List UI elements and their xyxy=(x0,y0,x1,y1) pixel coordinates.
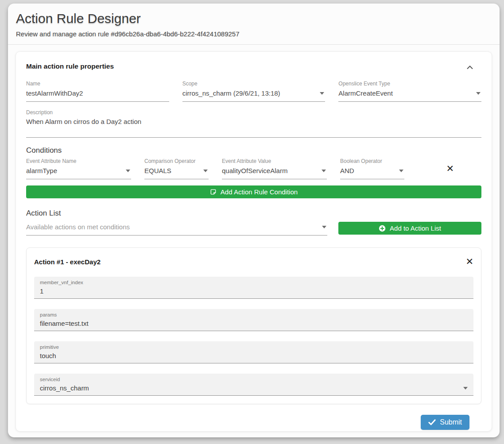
event-attribute-name-value: alarmType xyxy=(26,167,57,174)
condition-row: Event Attribute Name alarmType Compariso… xyxy=(26,158,481,179)
chevron-up-icon[interactable] xyxy=(466,63,473,71)
plus-circle-icon xyxy=(379,225,386,232)
action-title: Action #1 - execDay2 xyxy=(34,258,101,266)
action-list-heading: Action List xyxy=(26,209,481,218)
add-to-action-list-label: Add to Action List xyxy=(390,224,441,232)
description-field[interactable]: Description When Alarm on cirros do a Da… xyxy=(26,109,481,138)
caret-down-icon xyxy=(322,226,326,228)
comparison-operator-value: EQUALS xyxy=(144,167,171,174)
name-label: Name xyxy=(26,81,169,87)
serviceid-select[interactable]: serviceid cirros_ns_charm xyxy=(34,374,473,396)
comparison-operator-select[interactable]: Comparison Operator EQUALS xyxy=(144,158,209,179)
boolean-operator-label: Boolean Operator xyxy=(340,158,404,164)
primitive-field[interactable]: primitive touch xyxy=(34,341,473,363)
description-label: Description xyxy=(26,109,481,116)
add-condition-button-label: Add Action Rule Condition xyxy=(221,188,298,196)
caret-down-icon xyxy=(322,170,326,172)
action-select-row: Available actions on met conditions Add … xyxy=(26,220,481,236)
submit-button[interactable]: Submit xyxy=(421,415,469,430)
caret-down-icon xyxy=(320,92,324,95)
submit-row: Submit xyxy=(26,415,481,430)
event-attribute-name-label: Event Attribute Name xyxy=(26,158,131,164)
caret-down-icon xyxy=(399,170,403,172)
action-card: Action #1 - execDay2 ✕ member_vnf_index … xyxy=(26,247,481,404)
boolean-operator-select[interactable]: Boolean Operator AND xyxy=(340,158,404,179)
page-background: Action Rule Designer Review and manage a… xyxy=(0,0,504,444)
caret-down-icon xyxy=(463,387,468,390)
available-actions-select[interactable]: Available actions on met conditions xyxy=(26,220,327,236)
boolean-operator-value: AND xyxy=(340,167,354,174)
event-attribute-value-value: qualityOfServiceAlarm xyxy=(222,167,287,174)
remove-condition-icon[interactable]: ✕ xyxy=(446,164,454,174)
description-value: When Alarm on cirros do a Day2 action xyxy=(26,118,141,125)
main-properties-heading: Main action rule properties xyxy=(26,62,114,70)
available-actions-placeholder: Available actions on met conditions xyxy=(26,223,130,231)
page-header: Action Rule Designer Review and manage a… xyxy=(8,4,500,38)
params-value: filename=test.txt xyxy=(40,319,89,328)
header-divider xyxy=(8,44,500,45)
event-type-select[interactable]: Openslice Event Type AlarmCreateEvent xyxy=(338,81,481,102)
comparison-operator-label: Comparison Operator xyxy=(144,158,209,164)
action-card-header: Action #1 - execDay2 ✕ xyxy=(34,255,473,266)
scope-label: Scope xyxy=(182,81,326,87)
submit-button-label: Submit xyxy=(440,418,462,426)
caret-down-icon xyxy=(476,92,481,95)
primitive-value: touch xyxy=(40,351,56,360)
add-to-action-list-button[interactable]: Add to Action List xyxy=(338,222,481,235)
action-rule-designer-panel: Action Rule Designer Review and manage a… xyxy=(8,4,500,437)
properties-field-row: Name testAlarmWithDay2 Scope cirros_ns_c… xyxy=(26,81,481,102)
caret-down-icon xyxy=(126,170,130,172)
primitive-label: primitive xyxy=(40,344,468,350)
main-form-card: Main action rule properties Name testAla… xyxy=(16,51,492,432)
event-type-label: Openslice Event Type xyxy=(338,81,481,87)
note-add-icon xyxy=(210,189,217,195)
main-properties-header-row: Main action rule properties xyxy=(26,62,481,71)
scope-value: cirros_ns_charm (29/6/21, 13:18) xyxy=(182,89,280,97)
params-label: params xyxy=(40,312,468,318)
remove-action-icon[interactable]: ✕ xyxy=(465,257,473,266)
scope-select[interactable]: Scope cirros_ns_charm (29/6/21, 13:18) xyxy=(182,81,326,102)
member-vnf-index-value: 1 xyxy=(40,287,43,295)
page-title: Action Rule Designer xyxy=(16,11,492,26)
member-vnf-index-field[interactable]: member_vnf_index 1 xyxy=(34,277,473,299)
add-condition-button[interactable]: Add Action Rule Condition xyxy=(26,185,481,198)
event-attribute-value-label: Event Attribute Value xyxy=(222,158,327,164)
member-vnf-index-label: member_vnf_index xyxy=(40,280,468,286)
conditions-heading: Conditions xyxy=(26,146,481,155)
event-attribute-value-select[interactable]: Event Attribute Value qualityOfServiceAl… xyxy=(222,158,327,179)
event-type-value: AlarmCreateEvent xyxy=(338,89,393,97)
serviceid-value: cirros_ns_charm xyxy=(40,384,89,392)
event-attribute-name-select[interactable]: Event Attribute Name alarmType xyxy=(26,158,131,179)
caret-down-icon xyxy=(203,170,208,172)
params-field[interactable]: params filename=test.txt xyxy=(34,309,473,331)
name-value: testAlarmWithDay2 xyxy=(26,89,83,97)
serviceid-label: serviceid xyxy=(40,377,468,382)
check-icon xyxy=(428,419,436,425)
page-subtitle: Review and manage action rule #d96cb26a-… xyxy=(16,30,492,38)
name-field[interactable]: Name testAlarmWithDay2 xyxy=(26,81,169,102)
